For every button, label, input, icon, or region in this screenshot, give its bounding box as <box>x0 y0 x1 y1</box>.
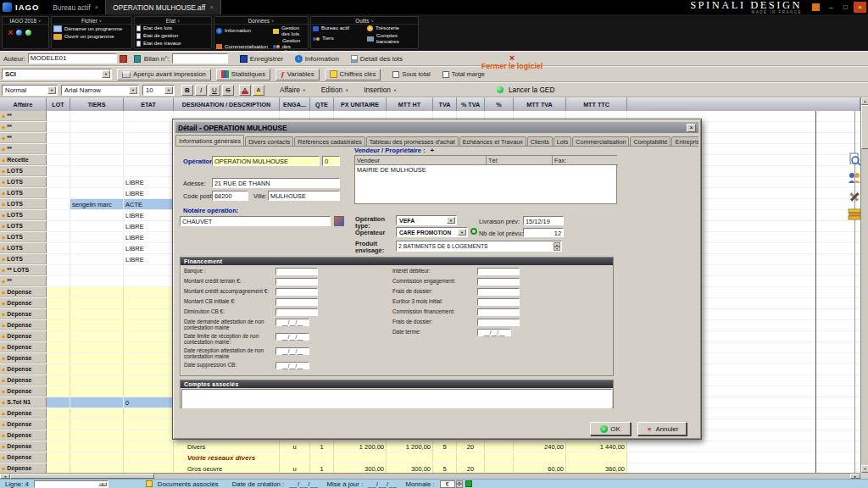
vendeur-col-fax[interactable]: Fax: <box>553 156 618 165</box>
dropdown-icon[interactable]: ▼ <box>129 86 137 94</box>
ville-input[interactable]: MULHOUSE <box>268 191 340 201</box>
date-input[interactable]: __/__/__ <box>275 362 309 369</box>
menu-insertion[interactable]: Insertion ▼ <box>364 86 397 94</box>
library-icon[interactable] <box>848 207 861 220</box>
orb-green-icon[interactable] <box>25 30 31 36</box>
dropdown-icon[interactable]: ▼ <box>164 86 173 94</box>
menu-iago-2018[interactable]: IAGO 2018 ∨ <box>3 17 48 25</box>
tab-operation-mulhouse[interactable]: OPERATION MULHOUSE.aff × <box>105 0 221 14</box>
menu-etat[interactable]: Etat ∨ <box>135 17 211 25</box>
column-header[interactable]: TIERS <box>70 97 124 111</box>
column-header[interactable]: MTT TTC <box>566 97 627 111</box>
menu-fichier[interactable]: Fichier ∨ <box>52 17 131 25</box>
dropdown-icon[interactable]: ▼ <box>98 482 107 486</box>
menu-item-information[interactable]: i Information <box>214 25 270 37</box>
column-header[interactable]: LOT <box>47 97 70 111</box>
menu-donnees[interactable]: Données ∨ <box>214 17 308 25</box>
tab-bureau-actif[interactable]: Bureau actif × <box>46 0 105 14</box>
vendeur-col-tel[interactable]: Tél: <box>487 156 553 165</box>
ok-button[interactable]: ✓ OK <box>590 422 631 435</box>
table-row[interactable]: ◆DépenseDiversu11 200,001 200,00520240,0… <box>0 441 860 452</box>
close-button[interactable]: × <box>854 2 866 13</box>
checkbox-icon[interactable] <box>392 71 399 78</box>
menu-item-bureau-actif[interactable]: Bureau actif <box>311 25 364 32</box>
orb-blue-icon[interactable] <box>16 30 22 36</box>
adresse-input[interactable]: 21 RUE DE THANN <box>212 178 340 188</box>
contacts-icon[interactable] <box>848 171 861 185</box>
creation-date-value[interactable]: __/__/__ <box>289 480 318 488</box>
column-header[interactable]: MTT TVA <box>514 97 566 111</box>
documents-associes-button[interactable]: Documents associés <box>158 480 219 488</box>
chiffres-cles-button[interactable]: Chiffres clés <box>325 69 381 80</box>
italic-button[interactable]: I <box>195 85 207 96</box>
text-input[interactable] <box>477 268 520 275</box>
spin-down-icon[interactable]: ▼ <box>554 247 560 251</box>
text-input[interactable] <box>275 298 318 306</box>
column-header[interactable]: TVA <box>433 97 457 111</box>
menu-item-gestion-des-lots[interactable]: Gestion des lots <box>271 25 308 37</box>
comptes-associes-list[interactable] <box>181 389 612 408</box>
text-input[interactable] <box>275 278 318 286</box>
table-row[interactable]: ◆DépenseGros oeuvreu1300,00300,0052060,0… <box>0 463 860 473</box>
column-header[interactable]: QTE <box>310 97 334 111</box>
tab-close-icon[interactable]: × <box>209 3 214 11</box>
dialog-tab[interactable]: Lots <box>554 136 572 146</box>
menu-item-demarrer-programme[interactable]: Démarrer un programme <box>52 25 131 33</box>
quit-icon[interactable]: × <box>8 28 13 36</box>
menu-edition[interactable]: Edition ▼ <box>321 86 348 94</box>
sci-select[interactable]: SCI ▼ <box>2 69 112 80</box>
column-header[interactable]: % <box>485 97 514 111</box>
notaire-input[interactable]: CHAUVET <box>180 216 331 226</box>
font-color-button[interactable]: A <box>239 85 251 96</box>
text-input[interactable] <box>275 308 318 316</box>
text-input[interactable] <box>477 319 520 326</box>
column-header[interactable]: DESIGNATION / DESCRIPTION <box>174 97 280 111</box>
minimize-button[interactable]: – <box>825 2 837 13</box>
dialog-tab[interactable]: Commercialisation <box>572 136 629 146</box>
auteur-icon[interactable] <box>120 55 127 63</box>
dialog-tab[interactable]: Informations générales <box>175 135 244 147</box>
column-header[interactable]: MTT HT <box>387 97 433 111</box>
menu-item-tresorerie[interactable]: Trésorerie <box>365 25 418 32</box>
text-input[interactable] <box>477 278 520 286</box>
horizontal-scrollbar[interactable]: ◄ ► <box>0 473 860 479</box>
dropdown-icon[interactable]: ▼ <box>102 70 110 78</box>
vertical-scroll-thumb[interactable] <box>861 105 868 149</box>
dialog-tab[interactable]: Références cadastrales <box>294 136 365 146</box>
produit-spinner[interactable]: ▲ ▼ <box>554 242 560 250</box>
ged-button[interactable]: Lancer la GED <box>509 86 554 94</box>
nb-lots-input[interactable]: 12 <box>523 228 564 237</box>
menu-item-etat-de-gestion[interactable]: Etat de gestion <box>135 32 211 40</box>
refresh-icon[interactable] <box>470 228 477 235</box>
operateur-select[interactable]: CARE PROMOTION ▼ <box>396 227 468 237</box>
currency-spinner[interactable]: ▲ ▼ <box>456 480 463 488</box>
dropdown-icon[interactable]: ▼ <box>447 217 455 224</box>
detail-lots-button[interactable]: Détail des lots <box>351 55 403 63</box>
menu-item-gestion-des-clients[interactable]: Gestion des clients <box>271 37 308 56</box>
operation-number-input[interactable]: 0 <box>322 156 340 166</box>
maj-date-value[interactable]: __/__/__ <box>368 480 397 488</box>
dropdown-icon[interactable]: ▼ <box>47 86 56 94</box>
vertical-scrollbar[interactable]: ▲ ▼ <box>860 97 868 473</box>
text-input[interactable] <box>275 268 318 275</box>
dialog-tab[interactable]: Entreprises <box>671 136 698 146</box>
menu-item-ouvrir-programme[interactable]: Ouvrir un programme <box>52 33 131 41</box>
date-input[interactable]: __/__/__ <box>275 319 309 326</box>
text-input[interactable] <box>275 288 318 296</box>
menu-item-comptes-bancaires[interactable]: Comptes bancaires <box>365 32 418 45</box>
operation-type-select[interactable]: VEFA ▼ <box>396 215 457 225</box>
maximize-button[interactable]: □ <box>839 2 852 13</box>
spin-down-icon[interactable]: ▼ <box>456 484 463 488</box>
scroll-down-icon[interactable]: ▼ <box>861 465 868 473</box>
tab-close-icon[interactable]: × <box>95 3 99 11</box>
underline-button[interactable]: U <box>209 85 220 96</box>
dropdown-icon[interactable]: ▼ <box>458 229 466 236</box>
total-marge-checkbox[interactable]: Total marge <box>442 70 485 78</box>
code-postal-input[interactable]: 68200 <box>212 191 248 201</box>
menu-outils[interactable]: Outils ∨ <box>311 17 418 25</box>
column-header[interactable]: PX UNITAIRE <box>334 97 387 111</box>
text-input[interactable] <box>477 308 520 316</box>
bold-button[interactable]: B <box>181 85 193 96</box>
currency-field[interactable]: € <box>440 480 455 488</box>
dialog-tab[interactable]: Divers contacts <box>245 136 293 146</box>
